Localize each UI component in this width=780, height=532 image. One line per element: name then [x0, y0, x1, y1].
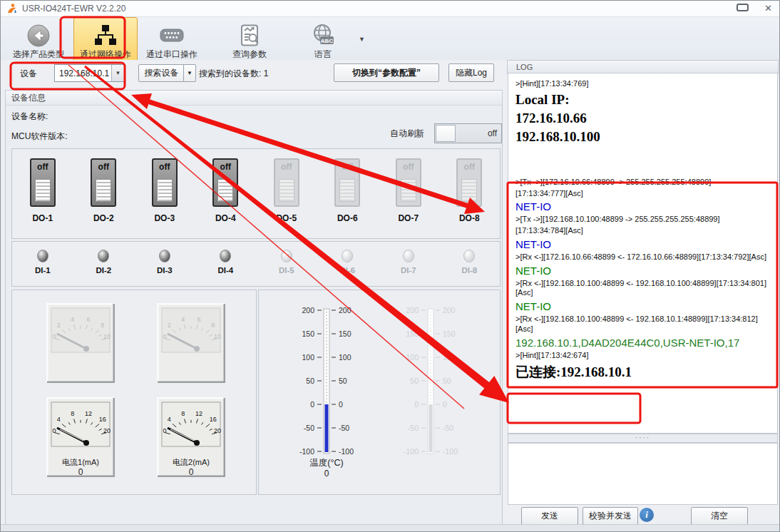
- do-label: DO-2: [93, 213, 114, 223]
- di-input-cell: DI-3: [134, 242, 195, 286]
- di-label: DI-5: [279, 266, 294, 275]
- log-entry: [17:13:34:777][Asc]: [515, 189, 770, 199]
- log-entry: >[Rx <-][192.168.10.100:48899 <- 192.168…: [515, 314, 770, 334]
- device-info-groupbox: 设备信息 设备名称: MCU软件版本: 自动刷新 off offDO-1offD…: [5, 90, 503, 526]
- di-input-cell: DI-2: [73, 242, 135, 286]
- language-dropdown-caret[interactable]: ▼: [359, 36, 365, 43]
- svg-text:0: 0: [78, 467, 83, 477]
- svg-text:20: 20: [103, 427, 111, 434]
- svg-text:2: 2: [57, 322, 61, 329]
- do-switch-cell: offDO-1: [12, 149, 73, 238]
- svg-text:150: 150: [443, 329, 456, 338]
- svg-text:12: 12: [195, 410, 202, 417]
- close-button[interactable]: ✕: [764, 1, 772, 16]
- di-label: DI-7: [401, 266, 416, 275]
- toolbar-query-params-button[interactable]: 查询参数: [216, 17, 283, 63]
- do-label: DO-7: [398, 213, 419, 223]
- di-label: DI-1: [35, 266, 51, 275]
- chevron-down-icon[interactable]: ▼: [111, 65, 124, 81]
- svg-text:50: 50: [410, 377, 419, 385]
- log-entry: >[Rx <-][172.16.10.66:48899 <- 172.16.10…: [515, 252, 770, 262]
- do-toggle-switch[interactable]: off: [91, 158, 116, 207]
- di-label: DI-4: [217, 266, 233, 275]
- log-entry: [515, 148, 770, 176]
- do-toggle-switch[interactable]: off: [30, 158, 56, 207]
- send-input-area[interactable]: [508, 443, 778, 505]
- svg-text:ABC: ABC: [321, 38, 334, 44]
- svg-text:电流1(mA): 电流1(mA): [62, 458, 99, 466]
- svg-text:4: 4: [57, 416, 61, 423]
- toolbar-serial-operate-button[interactable]: 通过串口操作: [138, 17, 206, 63]
- search-device-button[interactable]: 搜索设备: [138, 64, 185, 82]
- log-entry: NET-IO: [515, 265, 770, 277]
- toolbar-button-label: 通过串口操作: [146, 48, 197, 61]
- do-label: DO-3: [154, 213, 175, 223]
- do-switch-handle: [279, 179, 294, 202]
- toolbar-select-product-button[interactable]: 选择产品类型: [4, 17, 73, 63]
- di-input-cell: DI-8: [439, 242, 501, 286]
- main-left-column: 设备 192.168.10.1 ▼ 搜索设备 ▼ 搜索到的设备数: 1 切换到“…: [1, 60, 507, 526]
- toolbar-language-button[interactable]: ABC 语言: [294, 17, 351, 63]
- do-toggle-switch[interactable]: off: [212, 158, 238, 207]
- toolbar-network-operate-button[interactable]: 通过网络操作: [73, 17, 138, 63]
- log-entry: >[Hint][17:13:42:674]: [515, 351, 770, 361]
- svg-text:8: 8: [211, 322, 215, 329]
- hide-log-button[interactable]: 隐藏Log: [448, 63, 494, 82]
- toolbar-button-label: 选择产品类型: [13, 48, 64, 61]
- svg-text:200: 200: [302, 306, 314, 314]
- log-entry: NET-IO: [515, 300, 770, 312]
- svg-text:6: 6: [87, 316, 91, 323]
- verify-send-button[interactable]: 校验并发送: [583, 507, 638, 525]
- di-input-cell: DI-1: [12, 242, 73, 286]
- di-input-cell: DI-4: [195, 242, 257, 286]
- device-ip-combobox[interactable]: 192.168.10.1 ▼: [54, 64, 125, 82]
- search-device-dropdown-caret[interactable]: ▼: [183, 64, 196, 82]
- window-title: USR-IO424T-EWR V2.2.20: [22, 4, 125, 14]
- current-gauge-3: 0246810: [46, 303, 115, 383]
- log-splitter-handle[interactable]: ····: [508, 434, 778, 443]
- do-label: DO-6: [337, 213, 358, 223]
- do-switch-cell: offDO-7: [378, 149, 439, 238]
- do-switch-cell: offDO-3: [134, 149, 195, 238]
- toolbar-button-label: 语言: [314, 48, 332, 61]
- svg-text:0: 0: [414, 400, 419, 409]
- do-switch-handle: [461, 179, 477, 202]
- svg-text:50: 50: [339, 377, 347, 385]
- language-icon: ABC: [310, 23, 336, 48]
- svg-text:200: 200: [339, 306, 351, 314]
- svg-text:150: 150: [302, 329, 314, 338]
- log-entry: Local IP:: [515, 92, 770, 108]
- di-led-indicator: [463, 250, 475, 262]
- log-title: LOG: [516, 63, 533, 71]
- log-entry: NET-IO: [515, 238, 770, 250]
- log-panel: LOG >[Hint][17:13:34:769]Local IP:172.16…: [506, 60, 779, 526]
- log-entry: 172.16.10.66: [515, 111, 770, 126]
- do-state-label: off: [397, 162, 420, 172]
- do-switch-cell: offDO-2: [73, 149, 135, 238]
- svg-text:0: 0: [324, 469, 329, 477]
- info-icon[interactable]: i: [640, 508, 654, 522]
- do-state-label: off: [458, 162, 481, 172]
- do-toggle-switch[interactable]: off: [152, 158, 178, 207]
- svg-text:100: 100: [339, 353, 351, 362]
- di-led-indicator: [281, 250, 292, 262]
- svg-text:200: 200: [443, 306, 456, 314]
- clear-button[interactable]: 清空: [691, 507, 748, 525]
- switch-to-config-button[interactable]: 切换到“参数配置”: [334, 63, 439, 82]
- log-entry: >[Tx ->][172.16.10.66:48899 -> 255.255.2…: [515, 178, 770, 188]
- auto-refresh-toggle[interactable]: off: [434, 123, 502, 143]
- svg-text:2: 2: [168, 322, 171, 329]
- di-input-panel: DI-1DI-2DI-3DI-4DI-5DI-6DI-7DI-8: [11, 241, 501, 287]
- send-button[interactable]: 发送: [521, 507, 578, 525]
- svg-text:100: 100: [406, 353, 419, 362]
- minimize-button[interactable]: [737, 1, 749, 16]
- do-state-label: off: [214, 162, 237, 172]
- current-gauge-1: 048121620电流1(mA)0: [46, 397, 115, 477]
- log-output-area[interactable]: >[Hint][17:13:34:769]Local IP:172.16.10.…: [508, 73, 778, 434]
- svg-text:0: 0: [52, 333, 56, 340]
- svg-text:-50: -50: [408, 424, 419, 432]
- log-header: LOG: [507, 60, 779, 74]
- do-switch-handle: [35, 179, 51, 202]
- svg-text:100: 100: [443, 353, 456, 362]
- svg-text:-100: -100: [299, 447, 314, 456]
